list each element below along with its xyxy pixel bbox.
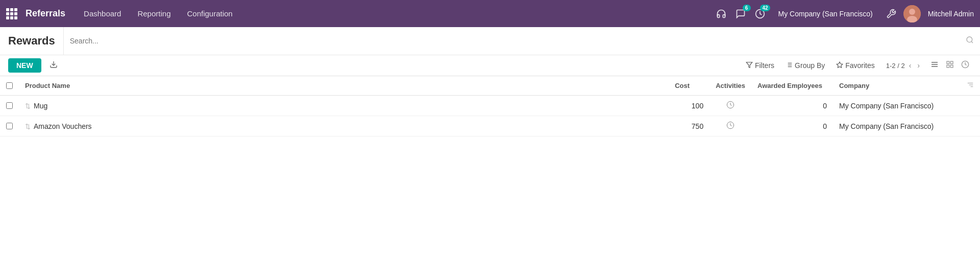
view-buttons — [928, 59, 972, 72]
row-awarded: 0 — [751, 96, 833, 116]
svg-marker-14 — [837, 62, 843, 67]
page-title: Rewards — [8, 34, 55, 48]
table-row: ⇅Mug 100 0 My Company (San Francisco) — [0, 96, 980, 116]
row-activities[interactable] — [709, 96, 751, 116]
main-content: Rewards NEW — [0, 27, 980, 272]
actionbar: NEW Filters — [0, 55, 980, 76]
nav-configuration[interactable]: Configuration — [181, 9, 238, 18]
col-header-check — [0, 76, 19, 96]
table-row: ⇅Amazon Vouchers 750 0 My Company (San F… — [0, 116, 980, 137]
groupby-icon — [786, 61, 793, 70]
chat-icon[interactable]: 6 — [733, 7, 748, 21]
favorites-button[interactable]: Favorites — [831, 59, 880, 72]
col-header-awarded[interactable]: Awarded Employees — [751, 76, 833, 96]
row-cost: 100 — [669, 96, 709, 116]
groupby-label: Group By — [795, 61, 825, 70]
favorites-icon — [836, 61, 843, 70]
activity-icon[interactable]: 42 — [753, 7, 767, 21]
settings-icon[interactable] — [884, 7, 898, 21]
next-page-button[interactable]: › — [915, 60, 922, 71]
col-header-company[interactable]: Company — [833, 76, 961, 96]
row-awarded: 0 — [751, 116, 833, 137]
col-header-cost[interactable]: Cost — [669, 76, 709, 96]
row-check-cell — [0, 96, 19, 116]
username: Mitchell Admin — [928, 10, 974, 18]
col-header-name[interactable]: Product Name — [19, 76, 669, 96]
row-name[interactable]: ⇅Amazon Vouchers — [19, 116, 669, 137]
svg-rect-21 — [950, 65, 953, 67]
filters-label: Filters — [755, 61, 774, 70]
row-cost: 750 — [669, 116, 709, 137]
avatar[interactable] — [903, 5, 921, 22]
svg-point-2 — [909, 9, 915, 15]
row-activities[interactable] — [709, 116, 751, 137]
list-view-button[interactable] — [928, 59, 941, 72]
row-check-cell — [0, 116, 19, 137]
filters-button[interactable]: Filters — [741, 59, 779, 72]
groupby-button[interactable]: Group By — [780, 59, 830, 72]
filter-icon — [746, 61, 753, 70]
filter-group: Filters Group By — [741, 59, 880, 72]
svg-rect-18 — [947, 61, 949, 64]
row-handle-icon: ⇅ — [25, 102, 31, 110]
prev-page-button[interactable]: ‹ — [907, 60, 914, 71]
row-company: My Company (San Francisco) — [833, 116, 961, 137]
new-button[interactable]: NEW — [8, 58, 41, 73]
support-icon[interactable] — [714, 7, 728, 21]
row-checkbox[interactable] — [6, 123, 13, 129]
select-all-checkbox[interactable] — [6, 82, 13, 89]
search-input[interactable] — [70, 37, 966, 45]
activity-badge: 42 — [760, 5, 770, 11]
nav-dashboard[interactable]: Dashboard — [78, 9, 127, 18]
svg-rect-20 — [947, 65, 949, 67]
row-settings — [961, 96, 980, 116]
pagination: 1-2 / 2 ‹ › — [886, 60, 922, 71]
brand-name[interactable]: Referrals — [26, 8, 65, 19]
activity-view-button[interactable] — [959, 59, 972, 72]
company-name[interactable]: My Company (San Francisco) — [778, 10, 873, 18]
svg-point-4 — [967, 37, 972, 42]
pagination-text: 1-2 / 2 — [886, 62, 905, 70]
row-checkbox[interactable] — [6, 102, 13, 109]
kanban-view-button[interactable] — [943, 59, 957, 72]
nav-reporting[interactable]: Reporting — [131, 9, 177, 18]
apps-icon[interactable] — [6, 8, 17, 19]
topnav: Referrals Dashboard Reporting Configurat… — [0, 0, 980, 27]
svg-line-5 — [971, 41, 973, 43]
search-icon[interactable] — [966, 36, 974, 46]
row-name[interactable]: ⇅Mug — [19, 96, 669, 116]
table-container: Product Name Cost Activities Awarded Emp… — [0, 76, 980, 137]
col-header-activities[interactable]: Activities — [709, 76, 751, 96]
favorites-label: Favorites — [845, 61, 875, 70]
row-handle-icon: ⇅ — [25, 123, 31, 130]
rewards-table: Product Name Cost Activities Awarded Emp… — [0, 76, 980, 137]
svg-marker-7 — [746, 62, 752, 67]
svg-rect-19 — [950, 61, 953, 64]
row-settings — [961, 116, 980, 137]
download-button[interactable] — [45, 58, 62, 73]
row-company: My Company (San Francisco) — [833, 96, 961, 116]
col-header-settings — [961, 76, 980, 96]
chat-badge: 6 — [743, 5, 751, 11]
